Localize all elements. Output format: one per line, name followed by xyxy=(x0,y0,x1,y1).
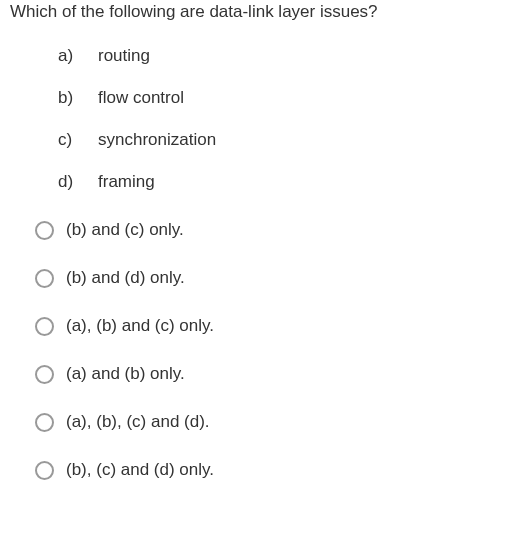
answer-label: (b), (c) and (d) only. xyxy=(66,460,214,480)
answer-label: (a), (b) and (c) only. xyxy=(66,316,214,336)
option-label: synchronization xyxy=(98,130,216,150)
answer-choice-2[interactable]: (b) and (d) only. xyxy=(35,268,519,288)
answer-list: (b) and (c) only. (b) and (d) only. (a),… xyxy=(0,220,519,480)
radio-icon[interactable] xyxy=(35,365,54,384)
option-marker: d) xyxy=(58,172,98,192)
option-marker: b) xyxy=(58,88,98,108)
option-label: framing xyxy=(98,172,155,192)
option-b: b) flow control xyxy=(58,88,519,108)
option-c: c) synchronization xyxy=(58,130,519,150)
answer-choice-1[interactable]: (b) and (c) only. xyxy=(35,220,519,240)
option-marker: c) xyxy=(58,130,98,150)
radio-icon[interactable] xyxy=(35,269,54,288)
option-a: a) routing xyxy=(58,46,519,66)
option-label: routing xyxy=(98,46,150,66)
option-d: d) framing xyxy=(58,172,519,192)
answer-label: (b) and (c) only. xyxy=(66,220,184,240)
answer-label: (b) and (d) only. xyxy=(66,268,185,288)
answer-label: (a) and (b) only. xyxy=(66,364,185,384)
radio-icon[interactable] xyxy=(35,221,54,240)
answer-label: (a), (b), (c) and (d). xyxy=(66,412,210,432)
radio-icon[interactable] xyxy=(35,461,54,480)
option-label: flow control xyxy=(98,88,184,108)
question-prompt: Which of the following are data-link lay… xyxy=(0,0,519,22)
answer-choice-3[interactable]: (a), (b) and (c) only. xyxy=(35,316,519,336)
answer-choice-5[interactable]: (a), (b), (c) and (d). xyxy=(35,412,519,432)
option-list: a) routing b) flow control c) synchroniz… xyxy=(0,46,519,192)
radio-icon[interactable] xyxy=(35,413,54,432)
answer-choice-4[interactable]: (a) and (b) only. xyxy=(35,364,519,384)
answer-choice-6[interactable]: (b), (c) and (d) only. xyxy=(35,460,519,480)
option-marker: a) xyxy=(58,46,98,66)
radio-icon[interactable] xyxy=(35,317,54,336)
